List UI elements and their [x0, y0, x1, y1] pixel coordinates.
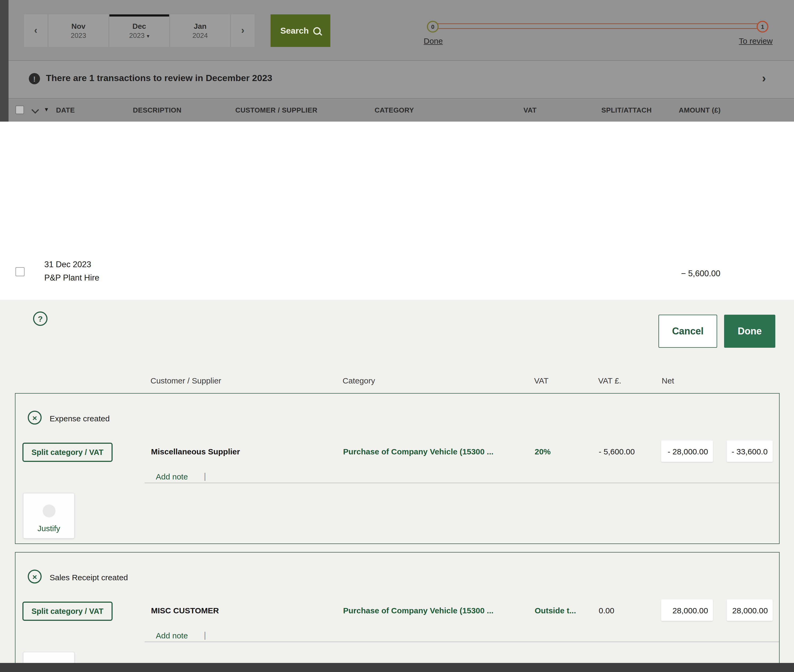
expanded-transaction-row: 31 Dec 2023 P&P Plant Hire − 5,600.00 ? … [0, 122, 794, 663]
alert-icon: ! [29, 73, 40, 84]
search-button[interactable]: Search [271, 14, 330, 47]
gross-amount-input[interactable] [727, 600, 773, 621]
col-customer-supplier: CUSTOMER / SUPPLIER [235, 106, 318, 114]
justify-thumbnail-icon [42, 504, 55, 517]
cancel-button[interactable]: Cancel [658, 315, 717, 348]
justify-button-1[interactable]: Justify [23, 493, 75, 539]
progress-done-step[interactable]: 0 [427, 21, 439, 32]
transaction-checkbox[interactable] [16, 267, 24, 276]
editor-col-customer: Customer / Supplier [151, 376, 221, 385]
entry-vat-amount: - 5,600.00 [599, 447, 635, 456]
split-category-vat-button-1[interactable]: Split category / VAT [22, 443, 112, 462]
app-window: ‹ Nov 2023 Dec 2023▾ Jan 2024 › Search [0, 0, 794, 672]
bottom-edge-strip [0, 663, 794, 672]
entry-customer: Miscellaneous Supplier [151, 447, 240, 456]
entry-category-link[interactable]: Purchase of Company Vehicle (15300 ... [343, 447, 494, 456]
progress-track [431, 24, 764, 29]
transaction-editor-panel: ? Cancel Done Customer / Supplier Catego… [0, 300, 794, 672]
expense-entry-box: × Expense created Split category / VAT M… [15, 393, 780, 544]
editor-col-net: Net [662, 376, 674, 385]
month-tab-dec-2023[interactable]: Dec 2023▾ [109, 14, 169, 47]
select-all-checkbox[interactable] [16, 106, 24, 114]
split-category-vat-button-2[interactable]: Split category / VAT [22, 602, 112, 621]
transaction-description: P&P Plant Hire [44, 271, 99, 284]
note-cursor: | [204, 630, 206, 640]
month-navigation: ‹ Nov 2023 Dec 2023▾ Jan 2024 › Search [24, 14, 330, 47]
col-amount: AMOUNT (£) [679, 106, 721, 114]
col-vat: VAT [523, 106, 537, 114]
editor-col-category: Category [343, 376, 375, 385]
sales-receipt-entry-box: × Sales Receipt created Split category /… [15, 552, 780, 672]
col-category: CATEGORY [375, 106, 414, 114]
help-icon[interactable]: ? [33, 312, 48, 326]
to-review-filter-link[interactable]: To review [739, 36, 773, 45]
add-note-link-1[interactable]: Add note [156, 472, 188, 481]
expense-status: Expense created [50, 414, 110, 423]
review-banner[interactable]: ! There are 1 transactions to review in … [0, 60, 794, 99]
progress-review-step[interactable]: 1 [757, 21, 768, 32]
remove-sales-receipt-icon[interactable]: × [28, 570, 42, 584]
net-amount-input[interactable] [661, 440, 713, 462]
bulk-actions-chevron-icon[interactable] [32, 106, 39, 114]
chevron-right-icon: › [241, 25, 244, 36]
month-tab-nov-2023[interactable]: Nov 2023 [48, 14, 108, 47]
col-split-attach: SPLIT/ATTACH [602, 106, 652, 114]
left-edge-strip [0, 0, 8, 122]
entry-vat-amount: 0.00 [599, 606, 614, 615]
entry-vat-rate[interactable]: Outside t... [535, 606, 576, 615]
gross-amount-input[interactable] [727, 440, 773, 462]
add-note-link-2[interactable]: Add note [156, 631, 188, 640]
search-icon [313, 27, 321, 34]
sort-caret-icon[interactable]: ▾ [45, 106, 48, 113]
banner-chevron-icon[interactable]: › [762, 72, 766, 85]
next-month-button[interactable]: › [231, 14, 255, 47]
col-date: DATE [56, 106, 75, 114]
transaction-summary: 31 Dec 2023 P&P Plant Hire [44, 258, 99, 284]
entry-customer: MISC CUSTOMER [151, 606, 219, 615]
review-progress-bar: 0 1 Done To review [427, 21, 768, 46]
transaction-date: 31 Dec 2023 [44, 258, 99, 271]
month-tab-jan-2024[interactable]: Jan 2024 [170, 14, 230, 47]
done-button[interactable]: Done [724, 315, 775, 348]
screenshot-viewport: ‹ Nov 2023 Dec 2023▾ Jan 2024 › Search [0, 0, 794, 672]
prev-month-button[interactable]: ‹ [24, 14, 48, 47]
divider [144, 642, 779, 642]
divider [144, 483, 779, 483]
chevron-left-icon: ‹ [34, 25, 37, 36]
remove-expense-icon[interactable]: × [28, 411, 42, 424]
editor-col-vat-amount: VAT £. [598, 376, 621, 385]
banner-message: There are 1 transactions to review in De… [46, 73, 273, 84]
transaction-amount: − 5,600.00 [681, 269, 720, 278]
sales-receipt-status: Sales Receipt created [50, 573, 128, 582]
dimmed-header: ‹ Nov 2023 Dec 2023▾ Jan 2024 › Search [0, 0, 794, 122]
net-amount-input[interactable] [661, 600, 713, 621]
done-filter-link[interactable]: Done [423, 36, 443, 45]
entry-category-link[interactable]: Purchase of Company Vehicle (15300 ... [343, 606, 494, 615]
caret-down-icon: ▾ [147, 33, 149, 39]
transactions-table-header: ▾ DATE DESCRIPTION CUSTOMER / SUPPLIER C… [0, 99, 794, 122]
note-cursor: | [204, 472, 206, 481]
entry-vat-rate[interactable]: 20% [535, 447, 551, 456]
editor-col-vat: VAT [534, 376, 549, 385]
col-description: DESCRIPTION [133, 106, 181, 114]
